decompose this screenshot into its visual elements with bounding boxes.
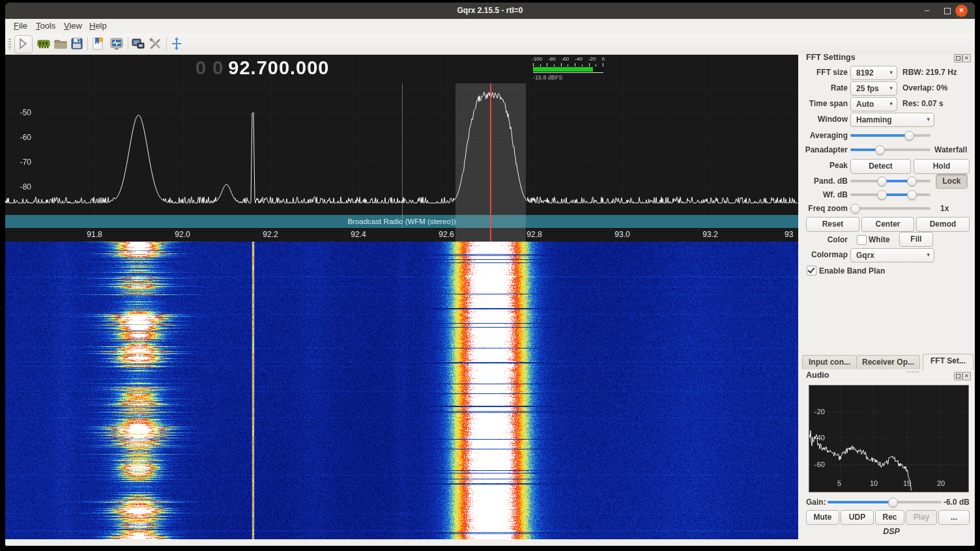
overlap-text: Overlap: 0% — [902, 81, 947, 94]
rate-select[interactable]: 25 fps ▾ — [850, 81, 897, 96]
freq-zoom-label: Freq zoom — [797, 202, 848, 215]
db-axis-label: -60 — [9, 132, 31, 143]
fft-settings-title: FFT Settings — [806, 53, 856, 62]
meter-tick-label: -80 — [548, 56, 556, 63]
menu-tools[interactable]: Tools — [33, 19, 59, 33]
toolbar-separator — [128, 37, 128, 51]
time-span-value: Auto — [856, 98, 874, 111]
audio-khz-label: 15 — [903, 479, 911, 487]
freq-tick-label: 92.0 — [168, 228, 197, 242]
center-button[interactable]: Center — [861, 217, 914, 232]
gain-label: Gain: — [806, 496, 826, 509]
tuned-frequency-line[interactable] — [490, 83, 491, 242]
pan-wf-split-handle[interactable] — [875, 145, 885, 155]
audio-fft-plot[interactable]: -20 -40 -60 5 10 15 20 — [809, 385, 969, 492]
gain-slider-handle[interactable] — [888, 498, 898, 507]
white-checkbox[interactable] — [857, 235, 867, 245]
pand-db-min-handle[interactable] — [877, 177, 887, 186]
dsp-scope-icon[interactable] — [109, 36, 124, 51]
tools-icon[interactable] — [148, 36, 162, 51]
averaging-slider-handle[interactable] — [904, 131, 914, 141]
pand-db-max-handle[interactable] — [907, 177, 917, 186]
rate-value: 25 fps — [856, 82, 879, 95]
dropdown-arrow-icon: ▾ — [927, 249, 930, 262]
peak-detect-button[interactable]: Detect — [850, 159, 911, 174]
meter-tick-label: -100 — [532, 56, 542, 63]
bookmarks-icon[interactable] — [91, 36, 105, 51]
db-axis-label: -70 — [9, 157, 31, 167]
meter-ticks — [533, 63, 603, 66]
minimize-button[interactable]: – — [921, 5, 933, 17]
reset-button[interactable]: Reset — [806, 217, 859, 232]
demod-button[interactable]: Demod — [916, 217, 970, 232]
more-audio-options-button[interactable]: ... — [938, 510, 970, 525]
frequency-digits[interactable]: 92.700.000 — [228, 57, 329, 78]
fill-button[interactable]: Fill — [899, 232, 933, 247]
close-panel-icon[interactable]: × — [962, 54, 971, 63]
fft-size-value: 8192 — [856, 66, 874, 79]
averaging-slider[interactable] — [850, 134, 930, 137]
mute-button[interactable]: Mute — [806, 510, 839, 525]
remote-control-icon[interactable] — [131, 36, 145, 51]
pan-wf-split-slider[interactable] — [850, 148, 930, 151]
wf-db-range-slider[interactable] — [850, 193, 930, 196]
db-axis-label: -80 — [9, 182, 31, 192]
fft-size-label: FFT size — [797, 66, 848, 79]
audio-khz-label: 5 — [837, 479, 841, 487]
menu-view[interactable]: View — [61, 19, 85, 33]
white-checkbox-label: White — [869, 233, 890, 246]
enable-band-plan-checkbox[interactable] — [807, 266, 816, 276]
meter-value: -15.8 dBFS — [533, 74, 607, 81]
frequency-axis[interactable]: 91.8 92.0 92.2 92.4 92.6 92.8 93.0 93.2 … — [5, 228, 798, 242]
wf-db-min-handle[interactable] — [877, 190, 887, 200]
menu-help[interactable]: Help — [86, 19, 110, 33]
dock-drag-dots[interactable] — [907, 371, 919, 373]
peak-hold-button[interactable]: Hold — [914, 159, 970, 174]
toolbar-separator — [87, 37, 88, 51]
menu-file[interactable]: File — [10, 19, 31, 33]
gain-slider[interactable] — [828, 501, 942, 503]
maximize-button[interactable] — [944, 8, 951, 14]
tab-fft-settings[interactable]: FFT Set... — [923, 354, 973, 370]
audio-khz-label: 10 — [870, 479, 878, 487]
udp-button[interactable]: UDP — [841, 510, 874, 525]
pand-db-label: Pand. dB — [797, 175, 848, 188]
gqrx-app: Gqrx 2.15.5 - rtl=0 – × File Tools View … — [0, 0, 980, 551]
gain-slider-fill — [828, 501, 893, 503]
audio-fft-canvas[interactable] — [809, 386, 967, 490]
waterfall-canvas[interactable] — [5, 242, 798, 539]
freq-tick-label: 93 — [785, 228, 798, 242]
tab-input-controls[interactable]: Input con... — [802, 355, 857, 369]
play-button[interactable]: Play — [906, 510, 937, 525]
freq-tick-label: 92.2 — [256, 228, 285, 242]
toolbar-grip[interactable] — [8, 38, 11, 49]
close-button[interactable]: × — [955, 5, 968, 17]
load-settings-folder-icon[interactable] — [53, 36, 68, 51]
frequency-leading-zeros: 0 0 — [195, 57, 223, 78]
pand-db-lock-button[interactable]: Lock — [936, 174, 968, 189]
enable-band-plan-label: Enable Band Plan — [819, 264, 885, 277]
float-panel-icon[interactable] — [954, 372, 962, 380]
audio-khz-label: 20 — [937, 479, 945, 487]
start-dsp-button[interactable] — [14, 35, 33, 53]
tab-receiver-options[interactable]: Receiver Op... — [856, 355, 920, 369]
io-devices-icon[interactable] — [36, 36, 51, 51]
wf-db-max-handle[interactable] — [907, 190, 917, 200]
meter-scale: -100 -80 -60 -40 -20 0 — [532, 56, 605, 63]
pan-move-icon[interactable] — [169, 36, 184, 51]
rec-button[interactable]: Rec — [875, 510, 904, 525]
frequency-display[interactable]: 0 092.700.000 — [195, 56, 329, 79]
colormap-select[interactable]: Gqrx ▾ — [850, 248, 934, 262]
fft-size-select[interactable]: 8192 ▾ — [850, 66, 897, 80]
float-panel-icon[interactable] — [954, 54, 962, 63]
window-fn-select[interactable]: Hamming ▾ — [850, 113, 934, 127]
save-settings-icon[interactable] — [70, 36, 84, 51]
close-panel-icon[interactable]: × — [962, 372, 971, 380]
freq-zoom-handle[interactable] — [850, 204, 860, 214]
wf-db-label: Wf. dB — [797, 188, 848, 201]
meter-tick-label: -20 — [588, 56, 596, 63]
pand-db-range-slider[interactable] — [850, 180, 930, 182]
time-span-select[interactable]: Auto ▾ — [850, 97, 897, 111]
freq-zoom-slider[interactable] — [850, 207, 930, 210]
title-bar[interactable]: Gqrx 2.15.5 - rtl=0 – × — [5, 3, 975, 19]
